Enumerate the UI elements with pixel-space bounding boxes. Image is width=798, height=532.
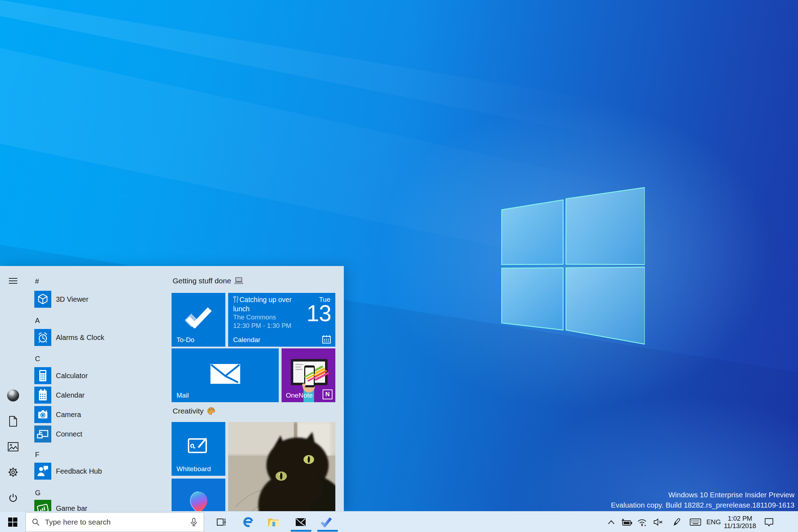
hamburger-icon [8,277,18,285]
tray-overflow-button[interactable] [605,511,617,532]
app-section-letter[interactable]: # [35,277,39,285]
language-indicator[interactable]: ENG [706,511,722,532]
tile-todo[interactable]: To-Do [172,293,225,347]
app-section-letter[interactable]: A [35,317,40,325]
file-explorer-button[interactable] [265,511,282,532]
start-button[interactable] [0,511,25,532]
battery-charging-icon [621,517,632,527]
user-account-button[interactable] [5,387,22,404]
app-item-camera[interactable]: Camera [34,406,130,423]
search-icon [31,518,40,526]
feedback-hub-icon [34,463,51,480]
tile-calendar[interactable]: Catching up over lunch The Commons 12:30… [228,293,335,347]
app-label: Connect [56,430,82,438]
tile-label: Calendar [233,336,260,344]
calendar-event-title: Catching up over lunch [233,295,307,313]
app-item-alarms-clock[interactable]: Alarms & Clock [34,329,130,346]
app-label: Calendar [56,391,85,399]
tile-cortana[interactable] [172,479,225,511]
mail-envelope-icon [210,364,240,384]
microphone-icon[interactable] [190,517,198,527]
search-input[interactable] [45,518,176,526]
tile-group-title-getting-stuff-done[interactable]: Getting stuff done [173,277,243,285]
expand-menu-button[interactable] [5,272,22,289]
tile-label: Mail [177,392,189,399]
app-label: Calculator [56,372,88,380]
windows-ink-button[interactable] [670,511,684,532]
pen-icon [672,517,682,527]
file-explorer-icon [267,517,279,527]
palette-emoji-icon [207,407,215,415]
document-icon [8,416,18,427]
tile-mail[interactable]: Mail [172,348,279,402]
windows-flag-icon [8,517,17,527]
app-section-letter[interactable]: G [35,489,41,497]
tile-label: OneNote [286,392,313,399]
app-item-calculator[interactable]: Calculator [34,367,130,384]
settings-button[interactable] [5,464,22,481]
calculator-icon [34,367,51,384]
action-center-button[interactable] [761,511,777,532]
volume-muted-icon [653,518,664,526]
mail-button[interactable] [292,511,309,532]
app-item-feedback-hub[interactable]: Feedback Hub [34,463,130,480]
tile-photos-cat-photo[interactable] [228,422,335,511]
network-button[interactable] [635,511,649,532]
app-label: Feedback Hub [56,467,102,475]
todo-check-taskbar-icon [320,517,332,527]
alarms-clock-icon [34,329,51,346]
start-menu: # 3D Viewer A [0,266,344,511]
app-label: Game bar [56,504,87,511]
app-item-game-bar[interactable]: Game bar [34,500,130,511]
mail-icon [295,517,306,527]
tile-group-title-creativity[interactable]: Creativity [173,407,215,415]
touch-keyboard-button[interactable] [688,511,703,532]
gear-icon [7,467,19,478]
clock-time: 1:02 PM [728,515,752,522]
documents-button[interactable] [5,413,22,430]
event-title-text: Catching up over lunch [233,296,291,313]
clock[interactable]: 1:02 PM 11/13/2018 [721,511,759,532]
clock-date: 11/13/2018 [724,522,756,530]
volume-button[interactable] [651,511,665,532]
calendar-day-number: 13 [307,302,331,325]
windows-logo-wallpaper [501,187,645,345]
chevron-up-icon [607,520,615,525]
watermark-line2: Evaluation copy. Build 18282.rs_prerelea… [611,500,794,510]
mail-running-indicator [291,530,311,532]
app-section-letter[interactable]: F [35,451,39,459]
avatar [7,389,19,401]
app-item-3d-viewer[interactable]: 3D Viewer [34,291,130,308]
app-section-letter[interactable]: C [35,355,40,363]
tile-onenote[interactable]: OneNote N [282,348,335,402]
desktop: Windows 10 Enterprise Insider Preview Ev… [0,0,798,532]
onenote-logo-icon: N [323,389,332,399]
app-label: 3D Viewer [56,295,88,303]
edge-button[interactable] [240,511,257,532]
camera-icon [34,406,51,423]
task-view-button[interactable] [213,511,230,532]
todo-button[interactable] [318,511,335,532]
app-label: Alarms & Clock [56,334,104,342]
group-title-text: Getting stuff done [173,277,231,285]
taskbar-search-box[interactable] [25,512,204,532]
keyboard-icon [689,518,701,526]
laptop-emoji-icon [234,277,243,285]
app-item-connect[interactable]: Connect [34,426,130,443]
app-item-calendar[interactable]: Calendar [34,387,130,404]
pictures-icon [7,442,19,452]
tile-whiteboard[interactable]: Whiteboard [172,422,225,476]
calendar-event-time: 12:30 PM - 1:30 PM [233,322,291,330]
fork-knife-icon [233,296,238,303]
power-button[interactable] [5,490,22,507]
calendar-event-location: The Commons [233,313,276,321]
pictures-button[interactable] [5,438,22,455]
battery-button[interactable] [620,511,634,532]
action-center-icon [764,517,774,527]
cortana-icon [190,491,208,511]
tile-label: Whiteboard [177,465,211,473]
wifi-icon [637,517,647,527]
watermark-line1: Windows 10 Enterprise Insider Preview [611,490,794,500]
group-title-text: Creativity [173,407,204,415]
calendar-app-icon [34,387,51,404]
